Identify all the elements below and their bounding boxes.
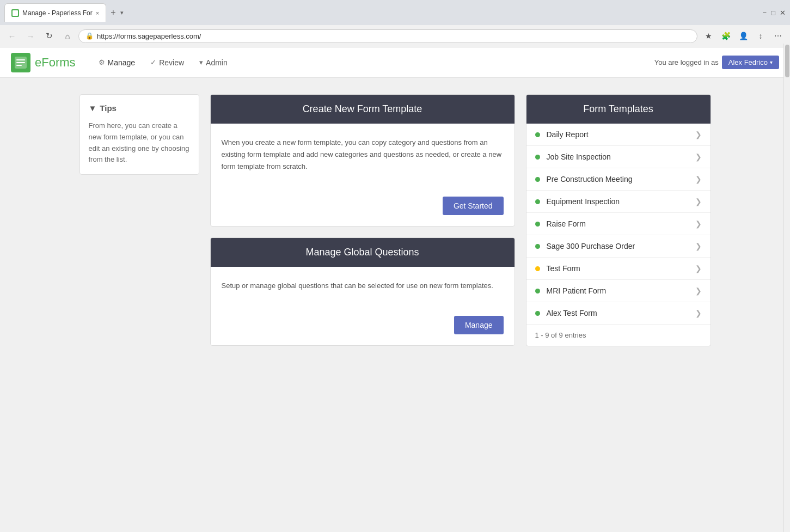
template-name: Alex Test Form xyxy=(547,309,695,317)
minimize-button[interactable]: − xyxy=(763,9,767,17)
create-form-description: When you create a new form template, you… xyxy=(222,137,504,173)
template-chevron-icon: ❯ xyxy=(695,264,702,273)
templates-header: Form Templates xyxy=(526,95,711,124)
nav-manage-label: Manage xyxy=(108,58,136,67)
template-chevron-icon: ❯ xyxy=(695,175,702,184)
template-list-item[interactable]: Raise Form ❯ xyxy=(526,213,711,235)
template-list-item[interactable]: Job Site Inspection ❯ xyxy=(526,146,711,168)
browser-titlebar: Manage - Paperless For × + ▾ − □ ✕ xyxy=(0,0,790,25)
browser-chrome: Manage - Paperless For × + ▾ − □ ✕ ← → ↻… xyxy=(0,0,790,47)
template-name: Pre Construction Meeting xyxy=(547,175,695,184)
template-list-item[interactable]: Daily Report ❯ xyxy=(526,124,711,146)
templates-card: Form Templates Daily Report ❯ Job Site I… xyxy=(526,94,711,346)
manage-global-footer: Manage xyxy=(211,316,515,345)
user-logged-in-label: You are logged in as xyxy=(654,58,719,66)
template-list-item[interactable]: Pre Construction Meeting ❯ xyxy=(526,168,711,191)
new-tab-button[interactable]: + xyxy=(106,8,120,17)
template-chevron-icon: ❯ xyxy=(695,197,702,206)
template-list-item[interactable]: Sage 300 Purchase Order ❯ xyxy=(526,235,711,258)
template-status-dot xyxy=(535,177,540,182)
create-form-title: Create New Form Template xyxy=(303,103,422,114)
toolbar-actions: ★ 🧩 👤 ↕ ⋯ xyxy=(701,28,786,44)
nav-manage[interactable]: ⚙ Manage xyxy=(92,55,142,70)
get-started-button[interactable]: Get Started xyxy=(443,197,504,215)
tab-favicon xyxy=(11,9,19,17)
manage-icon: ⚙ xyxy=(99,58,105,66)
svg-rect-2 xyxy=(16,59,25,60)
template-chevron-icon: ❯ xyxy=(695,309,702,317)
review-icon: ✓ xyxy=(150,58,156,66)
reload-button[interactable]: ↻ xyxy=(41,28,57,44)
tips-title: Tips xyxy=(100,103,117,113)
center-column: Create New Form Template When you create… xyxy=(210,94,515,346)
template-chevron-icon: ❯ xyxy=(695,219,702,228)
nav-admin-label: Admin xyxy=(206,58,228,67)
template-status-dot xyxy=(535,132,540,137)
user-info: You are logged in as Alex Fedrico ▾ xyxy=(654,56,779,69)
browser-tab-bar: Manage - Paperless For × + ▾ xyxy=(4,3,124,22)
manage-global-description: Setup or manage global questions that ca… xyxy=(222,280,504,292)
sync-icon[interactable]: ↕ xyxy=(753,28,768,44)
template-status-dot xyxy=(535,244,540,249)
window-controls: − □ ✕ xyxy=(763,9,786,17)
nav-review[interactable]: ✓ Review xyxy=(144,55,191,70)
home-button[interactable]: ⌂ xyxy=(60,28,75,44)
templates-title: Form Templates xyxy=(583,103,653,114)
manage-button[interactable]: Manage xyxy=(454,316,504,334)
create-form-card-header: Create New Form Template xyxy=(211,95,515,124)
main-nav: ⚙ Manage ✓ Review ▾ Admin xyxy=(92,55,654,70)
main-content: ▼ Tips From here, you can create a new f… xyxy=(69,78,722,363)
close-window-button[interactable]: ✕ xyxy=(780,9,786,17)
form-templates-panel: Form Templates Daily Report ❯ Job Site I… xyxy=(526,94,711,346)
template-name: Raise Form xyxy=(547,219,695,228)
svg-rect-0 xyxy=(13,10,18,16)
scrollbar[interactable] xyxy=(783,44,790,532)
logo-text: eForms xyxy=(35,56,76,70)
scrollbar-thumb[interactable] xyxy=(785,45,789,77)
tips-arrow-icon: ▼ xyxy=(89,103,97,113)
restore-button[interactable]: □ xyxy=(771,9,775,17)
profile-icon[interactable]: 👤 xyxy=(736,28,751,44)
template-status-dot xyxy=(535,289,540,293)
nav-review-label: Review xyxy=(159,58,184,67)
template-list: Daily Report ❯ Job Site Inspection ❯ Pre… xyxy=(526,124,711,325)
template-status-dot xyxy=(535,311,540,316)
template-chevron-icon: ❯ xyxy=(695,152,702,161)
template-status-dot xyxy=(535,266,540,271)
template-list-item[interactable]: MRI Patient Form ❯ xyxy=(526,280,711,302)
template-chevron-icon: ❯ xyxy=(695,242,702,250)
forward-button[interactable]: → xyxy=(23,28,38,44)
template-name: Equipment Inspection xyxy=(547,197,695,206)
create-form-card-body: When you create a new form template, you… xyxy=(211,124,515,197)
template-chevron-icon: ❯ xyxy=(695,130,702,139)
tips-header[interactable]: ▼ Tips xyxy=(89,103,190,113)
user-menu-arrow-icon: ▾ xyxy=(770,59,773,65)
app-header: eForms ⚙ Manage ✓ Review ▾ Admin You are… xyxy=(0,47,790,78)
browser-tab-active[interactable]: Manage - Paperless For × xyxy=(4,3,106,22)
svg-rect-4 xyxy=(16,65,22,66)
more-options-icon[interactable]: ⋯ xyxy=(770,28,786,44)
svg-rect-3 xyxy=(16,62,25,63)
template-status-dot xyxy=(535,155,540,160)
template-list-item[interactable]: Equipment Inspection ❯ xyxy=(526,191,711,213)
create-form-footer: Get Started xyxy=(211,197,515,226)
user-menu-button[interactable]: Alex Fedrico ▾ xyxy=(722,56,779,69)
tips-body: From here, you can create a new form tem… xyxy=(89,120,190,166)
tab-list-chevron[interactable]: ▾ xyxy=(120,9,124,16)
manage-global-title: Manage Global Questions xyxy=(305,247,419,258)
tab-close-button[interactable]: × xyxy=(96,10,99,16)
back-button[interactable]: ← xyxy=(4,28,20,44)
template-list-item[interactable]: Alex Test Form ❯ xyxy=(526,302,711,325)
bookmark-icon[interactable]: ★ xyxy=(701,28,716,44)
manage-global-card-body: Setup or manage global questions that ca… xyxy=(211,267,515,316)
tips-panel: ▼ Tips From here, you can create a new f… xyxy=(79,94,199,346)
browser-toolbar: ← → ↻ ⌂ 🔒 ★ 🧩 👤 ↕ ⋯ xyxy=(0,25,790,47)
user-name-label: Alex Fedrico xyxy=(728,58,768,66)
template-list-item[interactable]: Test Form ❯ xyxy=(526,258,711,280)
url-input[interactable] xyxy=(97,32,690,40)
address-bar[interactable]: 🔒 xyxy=(78,29,697,43)
security-lock-icon: 🔒 xyxy=(85,32,94,40)
extensions-icon[interactable]: 🧩 xyxy=(718,28,733,44)
template-status-dot xyxy=(535,222,540,227)
nav-admin[interactable]: ▾ Admin xyxy=(193,55,234,70)
